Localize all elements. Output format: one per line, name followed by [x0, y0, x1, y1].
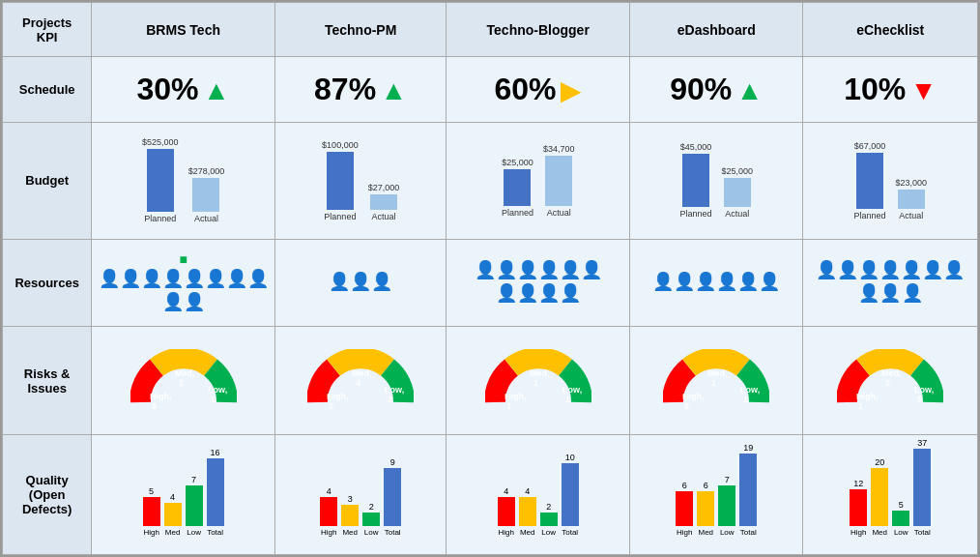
quality-echecklist: 12 High 20 Med 5 Low 37 — [803, 435, 978, 555]
resources-technopm: 👤👤👤 — [274, 240, 446, 327]
svg-text:2: 2 — [329, 401, 333, 411]
svg-text:1: 1 — [211, 395, 216, 404]
schedule-pct-technopm: 87% — [314, 72, 376, 106]
resources-label: Resources — [3, 240, 92, 327]
schedule-echecklist: 10% ▼ — [803, 57, 978, 122]
quality-edashboard-total-bar — [739, 454, 757, 526]
schedule-arrow-technopm: ▲ — [381, 75, 408, 105]
schedule-pct-echecklist: 10% — [844, 72, 906, 106]
budget-brms: $525,000 Planned $278,000 Actual — [92, 122, 275, 239]
svg-text:2: 2 — [885, 378, 890, 388]
schedule-edashboard: 90% ▲ — [630, 57, 803, 122]
svg-text:1: 1 — [565, 395, 570, 404]
schedule-arrow-technoblogger: ▶ — [561, 75, 582, 105]
svg-text:4: 4 — [356, 378, 360, 388]
gauge-echecklist: High, 1 Med, 2 Low, 5 — [837, 349, 943, 412]
quality-technoblogger-total-bar — [562, 463, 579, 526]
budget-brms-actual-bar — [192, 178, 219, 212]
schedule-brms: 30% ▲ — [92, 57, 275, 122]
budget-technoblogger-actual-bar — [545, 156, 572, 206]
svg-text:1: 1 — [743, 395, 748, 404]
risks-technoblogger: High, 1 Med, 1 Low, 1 — [447, 326, 630, 434]
quality-technopm-total-bar — [384, 468, 401, 526]
budget-technoblogger-planned-label: $25,000 — [502, 158, 533, 167]
svg-text:5: 5 — [917, 395, 922, 404]
svg-text:5: 5 — [152, 401, 157, 411]
svg-text:High,: High, — [327, 392, 349, 401]
budget-technopm-planned-bar — [327, 152, 354, 210]
svg-text:Med,: Med, — [530, 368, 550, 378]
budget-edashboard-actual-label: $25,000 — [722, 166, 754, 176]
svg-text:Med,: Med, — [881, 368, 902, 378]
kpi-header: ProjectsKPI — [3, 3, 92, 57]
schedule-arrow-brms: ▲ — [203, 75, 230, 105]
budget-brms-planned-label: $525,000 — [142, 137, 179, 147]
col-header-technoblogger: Techno-Blogger — [447, 3, 630, 57]
quality-technopm-high-bar — [320, 497, 337, 526]
resources-edashboard: 👤👤👤👤👤👤 — [630, 240, 803, 327]
col-header-technopm: Techno-PM — [274, 3, 446, 57]
quality-edashboard-high-bar — [676, 491, 693, 526]
svg-text:High,: High, — [856, 392, 879, 401]
svg-text:2: 2 — [388, 395, 392, 404]
budget-echecklist-planned-bar — [856, 153, 883, 209]
svg-text:1: 1 — [711, 378, 716, 388]
schedule-arrow-echecklist: ▼ — [910, 75, 937, 105]
svg-text:Med,: Med, — [707, 368, 728, 378]
svg-text:High,: High, — [682, 392, 705, 401]
col-header-edashboard: eDashboard — [630, 3, 803, 57]
quality-brms-total-bar — [207, 458, 224, 526]
quality-technoblogger: 4 High 4 Med 2 Low 10 — [447, 435, 630, 555]
risks-echecklist: High, 1 Med, 2 Low, 5 — [803, 326, 978, 434]
budget-edashboard-planned-bar — [682, 154, 709, 207]
risks-brms: High, 5 Med, 2 Low, 1 — [92, 326, 275, 434]
budget-technopm-planned-label: $100,000 — [322, 140, 359, 150]
schedule-technoblogger: 60% ▶ — [447, 57, 630, 122]
budget-echecklist-planned-label: $67,000 — [854, 141, 886, 151]
schedule-arrow-edashboard: ▲ — [736, 75, 764, 105]
green-person-icon: ■ — [179, 251, 187, 267]
budget-technoblogger-planned-bar — [504, 169, 531, 206]
budget-technopm-actual-bar — [370, 194, 397, 210]
svg-text:High,: High, — [504, 392, 527, 401]
svg-text:5: 5 — [684, 401, 689, 411]
svg-text:Med,: Med, — [352, 368, 372, 378]
quality-technoblogger-low-bar — [540, 513, 558, 526]
quality-echecklist-high-bar — [850, 489, 867, 526]
quality-technopm-low-bar — [362, 513, 380, 526]
quality-echecklist-total-bar — [913, 449, 931, 526]
col-header-brms: BRMS Tech — [92, 3, 275, 57]
gauge-brms: High, 5 Med, 2 Low, 1 — [130, 349, 237, 412]
budget-edashboard-planned-label: $45,000 — [680, 142, 712, 152]
quality-echecklist-med-bar — [871, 468, 888, 526]
gauge-technopm: High, 2 Med, 4 Low, 2 — [307, 349, 414, 412]
schedule-label: Schedule — [3, 57, 92, 122]
budget-technopm: $100,000 Planned $27,000 Actual — [274, 122, 446, 239]
resources-echecklist: 👤👤👤👤👤👤👤 👤👤 👤 — [803, 240, 978, 327]
gauge-technoblogger: High, 1 Med, 1 Low, 1 — [485, 349, 591, 412]
budget-brms-actual-label: $278,000 — [188, 166, 225, 176]
schedule-pct-edashboard: 90% — [670, 72, 732, 106]
dashboard: ProjectsKPI BRMS Tech Techno-PM Techno-B… — [0, 0, 980, 557]
svg-text:2: 2 — [179, 378, 184, 388]
quality-technoblogger-high-bar — [498, 497, 515, 526]
schedule-technopm: 87% ▲ — [274, 57, 446, 122]
svg-text:1: 1 — [533, 378, 538, 388]
svg-text:Low,: Low, — [914, 385, 934, 395]
risks-edashboard: High, 5 Med, 1 Low, 1 — [630, 326, 803, 434]
resources-technoblogger: 👤👤👤👤👤👤 👤👤👤👤 — [447, 240, 630, 327]
col-header-echecklist: eChecklist — [803, 3, 978, 57]
risks-label: Risks &Issues — [3, 326, 92, 434]
quality-technopm-med-bar — [341, 505, 359, 526]
budget-brms-planned-bar — [147, 149, 174, 212]
resources-brms: ■ 👤👤👤👤👤👤👤👤 👤👤 — [92, 240, 275, 327]
budget-echecklist-actual-bar — [898, 190, 925, 209]
svg-text:High,: High, — [150, 392, 172, 401]
budget-edashboard: $45,000 Planned $25,000 Actual — [630, 122, 803, 239]
svg-text:1: 1 — [506, 401, 511, 411]
budget-technoblogger-actual-label: $34,700 — [543, 144, 575, 154]
gauge-edashboard: High, 5 Med, 1 Low, 1 — [663, 349, 769, 412]
svg-text:1: 1 — [858, 401, 863, 411]
svg-text:Low,: Low, — [562, 385, 582, 395]
budget-label: Budget — [3, 122, 92, 239]
